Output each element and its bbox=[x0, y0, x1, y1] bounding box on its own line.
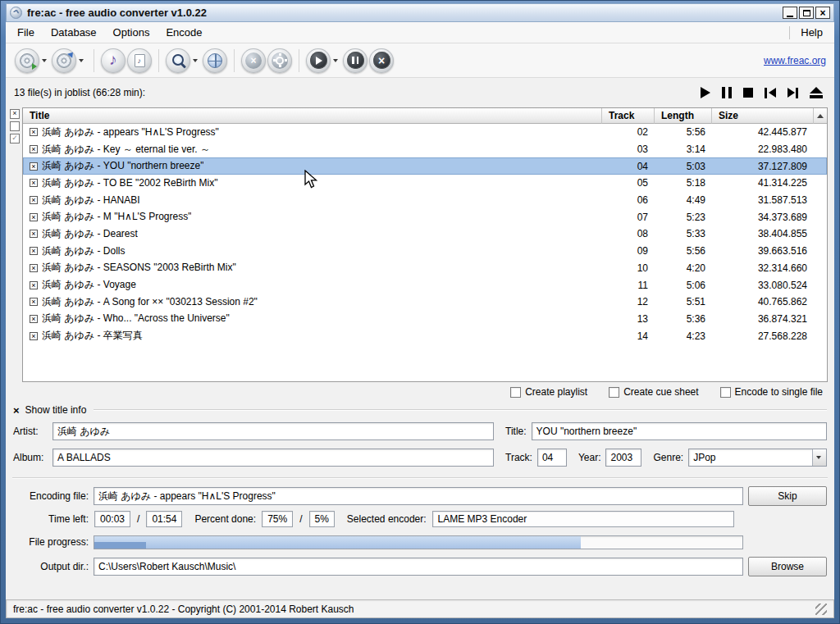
settings-button[interactable] bbox=[267, 48, 292, 73]
row-checkbox-icon[interactable]: × bbox=[30, 281, 38, 289]
encoder-dropdown-arrow-icon[interactable] bbox=[333, 59, 338, 62]
scroll-up-button[interactable] bbox=[814, 108, 827, 124]
year-input[interactable] bbox=[605, 449, 641, 467]
row-title: 浜崎 あゆみ - Key ～ eternal tie ver. ～ bbox=[42, 143, 210, 157]
create-cue-sheet-option[interactable]: Create cue sheet bbox=[609, 386, 698, 398]
column-header-track[interactable]: Track bbox=[602, 108, 655, 124]
row-size: 36.874.321 bbox=[712, 313, 814, 325]
pause-button[interactable] bbox=[722, 85, 733, 100]
row-length: 4:20 bbox=[655, 262, 712, 274]
title-info-section-label: Show title info bbox=[25, 404, 87, 416]
genre-combobox[interactable]: JPop bbox=[688, 449, 827, 467]
menu-options[interactable]: Options bbox=[105, 22, 158, 43]
row-checkbox-icon[interactable]: × bbox=[30, 162, 38, 171]
row-checkbox-icon[interactable]: × bbox=[30, 315, 38, 323]
row-checkbox-icon[interactable]: × bbox=[30, 332, 38, 340]
table-row[interactable]: ×浜崎 あゆみ - Dolls095:5639.663.516 bbox=[23, 243, 827, 260]
table-row[interactable]: ×浜崎 あゆみ - A Song for ×× "030213 Session … bbox=[23, 294, 827, 311]
table-row[interactable]: ×浜崎 あゆみ - Key ～ eternal tie ver. ～033:14… bbox=[23, 141, 827, 158]
previous-button[interactable] bbox=[765, 85, 776, 100]
add-cd-tracks-button[interactable] bbox=[15, 48, 39, 73]
title-input[interactable] bbox=[532, 422, 827, 440]
add-audio-files-button[interactable] bbox=[101, 48, 126, 73]
row-length: 5:06 bbox=[655, 280, 712, 291]
table-row[interactable]: ×浜崎 あゆみ - 卒業写真144:2327.568.228 bbox=[23, 327, 827, 344]
row-title: 浜崎 あゆみ - A Song for ×× "030213 Session #… bbox=[42, 295, 258, 309]
create-playlist-option[interactable]: Create playlist bbox=[510, 386, 587, 398]
table-row[interactable]: ×浜崎 あゆみ - Voyage115:0633.080.524 bbox=[23, 276, 827, 294]
website-link[interactable]: www.freac.org bbox=[764, 55, 826, 66]
eject-button[interactable] bbox=[810, 85, 823, 100]
column-header-size[interactable]: Size bbox=[712, 108, 814, 124]
cd-info-dropdown-arrow-icon[interactable] bbox=[79, 59, 84, 62]
row-checkbox-icon[interactable]: × bbox=[30, 298, 38, 306]
row-checkbox-icon[interactable]: × bbox=[30, 230, 38, 238]
browse-button[interactable]: Browse bbox=[748, 557, 827, 576]
table-row[interactable]: ×浜崎 あゆみ - M "H∧L'S Progress"075:2334.373… bbox=[23, 208, 827, 225]
menu-file[interactable]: File bbox=[9, 22, 43, 43]
artist-input[interactable] bbox=[52, 422, 494, 440]
title-bar: fre:ac - free audio converter v1.0.22 × bbox=[6, 3, 834, 22]
select-all-button[interactable]: × bbox=[10, 109, 20, 119]
play-button[interactable] bbox=[701, 85, 710, 100]
row-title: 浜崎 あゆみ - Dearest bbox=[42, 227, 138, 241]
album-input[interactable] bbox=[52, 449, 494, 467]
encode-to-single-file-checkbox[interactable] bbox=[720, 387, 731, 398]
next-button[interactable] bbox=[788, 85, 799, 100]
maximize-button[interactable] bbox=[799, 7, 814, 19]
encode-to-single-file-option[interactable]: Encode to single file bbox=[720, 386, 823, 398]
row-checkbox-icon[interactable]: × bbox=[30, 196, 38, 204]
table-row[interactable]: ×浜崎 あゆみ - YOU "northern breeze"045:0337.… bbox=[23, 157, 827, 175]
table-row[interactable]: ×浜崎 あゆみ - Dearest085:3338.404.855 bbox=[23, 225, 827, 243]
create-playlist-checkbox[interactable] bbox=[510, 387, 521, 398]
add-playlist-button[interactable] bbox=[127, 48, 152, 73]
add-cd-dropdown-arrow-icon[interactable] bbox=[42, 59, 47, 62]
column-header-title[interactable]: Title bbox=[23, 108, 602, 124]
cd-info-button[interactable] bbox=[52, 48, 76, 73]
row-checkbox-icon[interactable]: × bbox=[30, 247, 38, 255]
output-dir-input[interactable] bbox=[94, 558, 743, 576]
toggle-selection-button[interactable]: ✓ bbox=[10, 134, 20, 143]
menu-help[interactable]: Help bbox=[792, 22, 831, 43]
cddb-dropdown-arrow-icon[interactable] bbox=[193, 59, 198, 62]
track-input[interactable] bbox=[537, 449, 567, 467]
row-length: 5:36 bbox=[655, 313, 712, 325]
toolbar-separator bbox=[94, 49, 94, 72]
table-row[interactable]: ×浜崎 あゆみ - TO BE "2002 ReBirth Mix"055:18… bbox=[23, 175, 827, 192]
table-row[interactable]: ×浜崎 あゆみ - Who... "Across the Universe"13… bbox=[23, 311, 827, 328]
stop-button[interactable] bbox=[743, 85, 753, 100]
cddb-web-button[interactable] bbox=[203, 48, 227, 73]
row-title-cell: ×浜崎 あゆみ - Voyage bbox=[23, 278, 602, 292]
select-none-button[interactable] bbox=[10, 121, 20, 131]
row-checkbox-icon[interactable]: × bbox=[30, 264, 38, 272]
section-divider bbox=[12, 477, 828, 479]
close-button[interactable]: × bbox=[815, 7, 830, 19]
row-length: 5:56 bbox=[655, 245, 712, 257]
skip-button[interactable]: Skip bbox=[748, 486, 827, 506]
menu-encode[interactable]: Encode bbox=[158, 22, 210, 43]
row-checkbox-icon[interactable]: × bbox=[30, 213, 38, 221]
separator: / bbox=[299, 513, 302, 525]
table-row[interactable]: ×浜崎 あゆみ - SEASONS "2003 ReBirth Mix"104:… bbox=[23, 260, 827, 277]
row-size: 27.568.228 bbox=[712, 330, 814, 342]
genre-dropdown-button[interactable] bbox=[812, 449, 826, 466]
stop-encoding-button[interactable] bbox=[369, 48, 394, 73]
column-header-length[interactable]: Length bbox=[655, 108, 712, 124]
row-track: 04 bbox=[602, 161, 655, 172]
resize-grip[interactable] bbox=[815, 604, 827, 615]
start-encoding-button[interactable] bbox=[306, 48, 331, 73]
row-checkbox-icon[interactable]: × bbox=[30, 128, 38, 136]
row-checkbox-icon[interactable]: × bbox=[30, 179, 38, 187]
table-row[interactable]: ×浜崎 あゆみ - HANABI064:4931.587.513 bbox=[23, 192, 827, 209]
menu-database[interactable]: Database bbox=[43, 22, 105, 43]
close-icon: × bbox=[819, 8, 825, 18]
create-cue-sheet-checkbox[interactable] bbox=[609, 387, 619, 398]
minimize-button[interactable] bbox=[783, 7, 797, 19]
clear-joblist-button[interactable] bbox=[241, 48, 266, 73]
collapse-title-info-icon[interactable]: × bbox=[13, 405, 20, 416]
cddb-query-button[interactable] bbox=[166, 48, 190, 73]
row-checkbox-icon[interactable]: × bbox=[30, 145, 38, 153]
row-title-cell: ×浜崎 あゆみ - YOU "northern breeze" bbox=[23, 159, 602, 173]
pause-encoding-button[interactable] bbox=[343, 48, 368, 73]
table-row[interactable]: ×浜崎 あゆみ - appears "H∧L'S Progress"025:56… bbox=[23, 124, 827, 141]
